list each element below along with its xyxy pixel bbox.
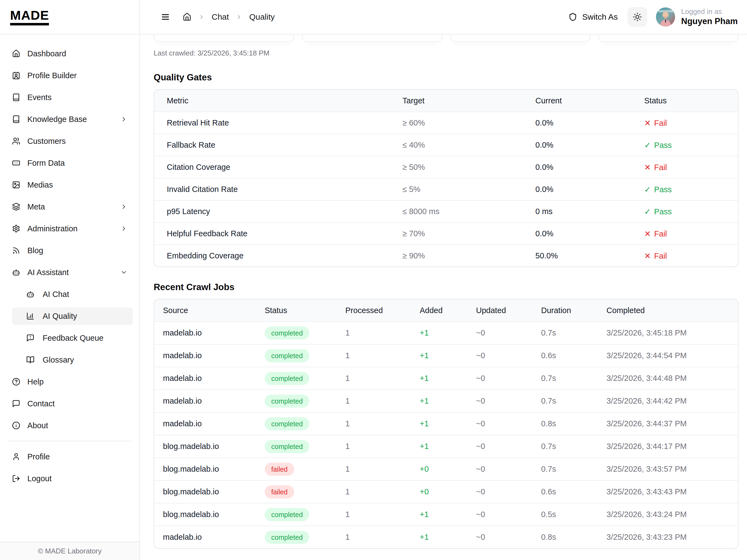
- sun-icon: [633, 12, 642, 22]
- breadcrumb-quality[interactable]: Quality: [249, 12, 275, 22]
- column-header: Status: [644, 96, 738, 105]
- sidebar-logo: MADE: [0, 0, 139, 34]
- table-row: p95 Latency ≤ 8000 ms 0 ms ✓Pass: [154, 200, 738, 222]
- table-row: Embedding Coverage ≥ 90% 50.0% ✕Fail: [154, 245, 738, 266]
- avatar[interactable]: [656, 7, 675, 27]
- sidebar-item-help[interactable]: Help: [6, 373, 133, 390]
- sidebar-item-meta[interactable]: Meta: [6, 198, 133, 215]
- column-header: Processed: [345, 306, 420, 315]
- menu-icon[interactable]: [159, 11, 172, 23]
- brand-logo[interactable]: MADE: [10, 9, 49, 25]
- sidebar-item-label: Profile: [27, 452, 50, 461]
- sidebar-item-ai-assistant[interactable]: AI Assistant: [6, 263, 133, 281]
- sidebar-item-label: AI Chat: [43, 290, 69, 299]
- job-updated: ~0: [476, 510, 541, 519]
- theme-toggle-button[interactable]: [627, 7, 647, 27]
- status-label: Pass: [654, 141, 672, 150]
- column-header: Completed: [607, 306, 738, 315]
- metric-current: 0.0%: [535, 185, 644, 194]
- job-duration: 0.8s: [541, 533, 607, 542]
- metric-name: Fallback Rate: [154, 141, 403, 150]
- status-badge: completed: [265, 394, 309, 408]
- sidebar-item-label: Meta: [27, 202, 45, 211]
- job-added: +1: [420, 397, 476, 406]
- sidebar-item-knowledge-base[interactable]: Knowledge Base: [6, 110, 133, 128]
- chevron-right-icon: [199, 14, 205, 20]
- metric-target: ≥ 90%: [403, 251, 535, 260]
- job-duration: 0.7s: [541, 464, 607, 474]
- sidebar-item-label: Medias: [27, 180, 53, 189]
- job-source: madelab.io: [154, 533, 265, 542]
- sidebar-item-dashboard[interactable]: Dashboard: [6, 45, 133, 62]
- sidebar-item-label: Blog: [27, 246, 43, 255]
- metric-current: 0.0%: [535, 163, 644, 172]
- gear-icon: [12, 225, 20, 233]
- sidebar-item-feedback-queue[interactable]: Feedback Queue: [12, 329, 133, 347]
- job-completed-at: 3/25/2026, 3:44:42 PM: [607, 397, 738, 406]
- sidebar-divider: [8, 441, 132, 441]
- status-badge: ✕Fail: [644, 229, 738, 238]
- job-processed: 1: [345, 487, 420, 496]
- job-processed: 1: [345, 397, 420, 406]
- metric-target: ≤ 40%: [403, 141, 535, 150]
- metric-target: ≥ 50%: [403, 163, 535, 172]
- sidebar-item-label: Form Data: [27, 159, 65, 168]
- job-source: madelab.io: [154, 397, 265, 406]
- sidebar-item-customers[interactable]: Customers: [6, 132, 133, 150]
- job-updated: ~0: [476, 351, 541, 360]
- book-open-icon: [26, 356, 34, 364]
- chevron-right-icon: [120, 225, 127, 232]
- book-icon: [12, 93, 20, 101]
- status-label: Fail: [654, 229, 667, 238]
- job-completed-at: 3/25/2026, 3:44:54 PM: [607, 351, 738, 360]
- job-added: +1: [420, 442, 476, 451]
- sidebar-item-about[interactable]: About: [6, 417, 133, 434]
- logout-icon: [12, 475, 20, 483]
- table-row: Helpful Feedback Rate ≥ 70% 0.0% ✕Fail: [154, 222, 738, 245]
- sidebar-item-medias[interactable]: Medias: [6, 176, 133, 194]
- job-added: +0: [420, 487, 476, 496]
- metric-name: p95 Latency: [154, 207, 403, 216]
- sidebar-item-administration[interactable]: Administration: [6, 220, 133, 237]
- sidebar-item-ai-chat[interactable]: AI Chat: [12, 285, 133, 303]
- metric-current: 0.0%: [535, 229, 644, 238]
- job-added: +1: [420, 510, 476, 519]
- job-completed-at: 3/25/2026, 3:45:18 PM: [607, 328, 738, 337]
- chevron-down-icon: [120, 269, 127, 276]
- status-label: Pass: [654, 185, 672, 194]
- stat-card-cropped: [302, 34, 442, 42]
- job-duration: 0.7s: [541, 397, 607, 406]
- sidebar-item-label: Logout: [27, 474, 52, 483]
- sidebar-item-contact[interactable]: Contact: [6, 395, 133, 412]
- status-badge: completed: [265, 508, 309, 521]
- sidebar-item-logout[interactable]: Logout: [6, 470, 133, 487]
- job-completed-at: 3/25/2026, 3:44:17 PM: [607, 442, 738, 451]
- user-name: Nguyen Pham: [681, 16, 738, 27]
- status-badge: failed: [265, 485, 294, 499]
- job-processed: 1: [345, 351, 420, 360]
- breadcrumb-chat[interactable]: Chat: [212, 12, 229, 22]
- switch-as-button[interactable]: Switch As: [568, 12, 618, 22]
- status-label: Pass: [654, 207, 672, 216]
- sidebar-item-ai-quality[interactable]: AI Quality: [12, 307, 133, 325]
- sidebar-item-label: AI Quality: [43, 312, 77, 321]
- layers-icon: [12, 203, 20, 211]
- status-label: Fail: [654, 252, 667, 260]
- column-header: Current: [535, 96, 644, 105]
- metric-target: ≤ 5%: [403, 185, 535, 194]
- sidebar-item-profile-builder[interactable]: Profile Builder: [6, 67, 133, 84]
- sidebar-item-label: About: [27, 421, 48, 430]
- sidebar-item-blog[interactable]: Blog: [6, 242, 133, 259]
- quality-gates-table: Metric Target Current Status Retrieval H…: [154, 89, 739, 267]
- house-icon[interactable]: [183, 12, 191, 21]
- fail-x-icon: ✕: [644, 229, 651, 238]
- sidebar-item-events[interactable]: Events: [6, 88, 133, 106]
- sidebar-item-label: Dashboard: [27, 49, 66, 58]
- sidebar-item-glossary[interactable]: Glossary: [12, 351, 133, 368]
- sidebar-item-form-data[interactable]: Form Data: [6, 154, 133, 172]
- status-label: Fail: [654, 163, 667, 172]
- status-badge: ✓Pass: [644, 185, 738, 194]
- top-header: Chat Quality Switch As: [140, 0, 747, 34]
- sidebar-item-profile[interactable]: Profile: [6, 448, 133, 465]
- sidebar-item-label: Help: [27, 377, 44, 386]
